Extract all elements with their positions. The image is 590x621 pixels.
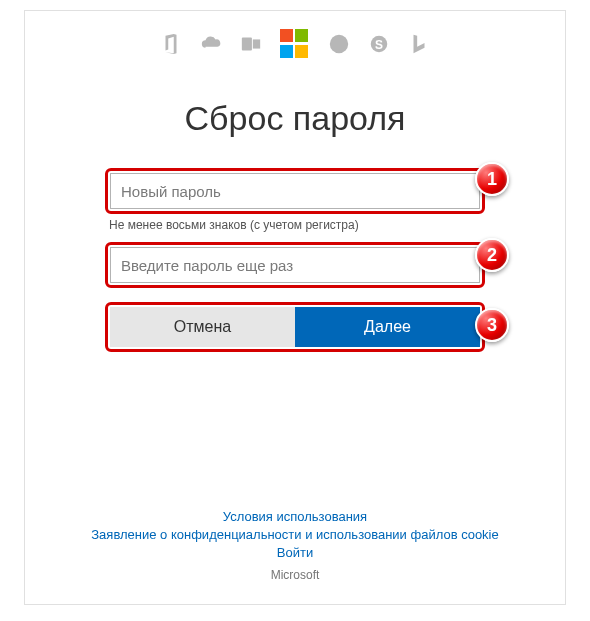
password-hint: Не менее восьми знаков (с учетом регистр… — [109, 218, 485, 232]
signin-link[interactable]: Войти — [25, 545, 565, 560]
svg-point-2 — [330, 35, 348, 53]
privacy-link[interactable]: Заявление о конфиденциальности и использ… — [25, 527, 565, 542]
office-icon — [160, 33, 182, 55]
outlook-icon — [240, 33, 262, 55]
xbox-icon — [328, 33, 350, 55]
annotation-badge-3: 3 — [475, 308, 509, 342]
reset-password-form: 1 Не менее восьми знаков (с учетом регис… — [105, 168, 485, 352]
svg-rect-0 — [242, 38, 252, 51]
next-button[interactable]: Далее — [295, 307, 480, 347]
bing-icon — [408, 33, 430, 55]
new-password-highlight — [105, 168, 485, 214]
svg-text:S: S — [375, 38, 383, 52]
skype-icon: S — [368, 33, 390, 55]
page-frame: S Сброс пароля 1 Не менее восьми знаков … — [24, 10, 566, 605]
cancel-button[interactable]: Отмена — [110, 307, 295, 347]
confirm-password-highlight — [105, 242, 485, 288]
copyright-text: Microsoft — [25, 568, 565, 582]
page-title: Сброс пароля — [25, 99, 565, 138]
svg-rect-1 — [253, 39, 260, 48]
product-icon-row: S — [25, 11, 565, 59]
microsoft-logo — [280, 29, 310, 59]
terms-link[interactable]: Условия использования — [25, 509, 565, 524]
footer: Условия использования Заявление о конфид… — [25, 506, 565, 582]
annotation-badge-2: 2 — [475, 238, 509, 272]
annotation-badge-1: 1 — [475, 162, 509, 196]
button-row-highlight: Отмена Далее — [105, 302, 485, 352]
onedrive-icon — [200, 33, 222, 55]
confirm-password-input[interactable] — [110, 247, 480, 283]
new-password-input[interactable] — [110, 173, 480, 209]
